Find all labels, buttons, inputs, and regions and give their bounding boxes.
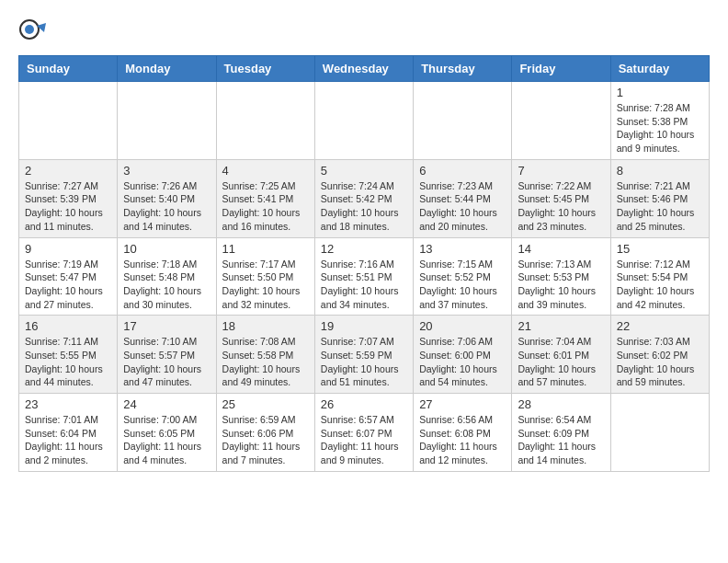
calendar-header-thursday: Thursday	[414, 56, 512, 82]
day-number: 14	[518, 242, 604, 256]
day-info: Sunrise: 7:07 AM Sunset: 5:59 PM Dayligh…	[321, 335, 407, 389]
day-number: 1	[617, 86, 703, 99]
day-info: Sunrise: 7:25 AM Sunset: 5:41 PM Dayligh…	[222, 179, 309, 234]
calendar-header-friday: Friday	[512, 56, 610, 82]
day-info: Sunrise: 6:54 AM Sunset: 6:09 PM Dayligh…	[518, 413, 604, 467]
day-number: 8	[617, 164, 703, 178]
day-info: Sunrise: 7:16 AM Sunset: 5:51 PM Dayligh…	[321, 258, 407, 312]
logo	[18, 18, 48, 46]
calendar-cell: 4Sunrise: 7:25 AM Sunset: 5:41 PM Daylig…	[216, 159, 314, 237]
day-number: 13	[419, 242, 506, 256]
svg-point-1	[25, 25, 34, 34]
day-info: Sunrise: 7:11 AM Sunset: 5:55 PM Dayligh…	[25, 335, 111, 389]
calendar-cell	[216, 82, 314, 160]
calendar-cell: 7Sunrise: 7:22 AM Sunset: 5:45 PM Daylig…	[512, 159, 610, 237]
calendar-cell: 11Sunrise: 7:17 AM Sunset: 5:50 PM Dayli…	[216, 237, 314, 316]
day-number: 12	[321, 242, 407, 256]
calendar-cell: 27Sunrise: 6:56 AM Sunset: 6:08 PM Dayli…	[414, 394, 512, 472]
day-info: Sunrise: 7:26 AM Sunset: 5:40 PM Dayligh…	[123, 179, 210, 234]
day-info: Sunrise: 7:08 AM Sunset: 5:58 PM Dayligh…	[222, 335, 309, 389]
day-info: Sunrise: 7:00 AM Sunset: 6:05 PM Dayligh…	[123, 413, 210, 467]
calendar-table: SundayMondayTuesdayWednesdayThursdayFrid…	[18, 55, 710, 472]
day-number: 5	[321, 164, 407, 178]
day-number: 28	[518, 397, 604, 411]
day-info: Sunrise: 7:28 AM Sunset: 5:38 PM Dayligh…	[617, 101, 703, 155]
day-number: 24	[123, 397, 210, 411]
day-number: 4	[222, 164, 309, 178]
day-info: Sunrise: 7:22 AM Sunset: 5:45 PM Dayligh…	[518, 179, 604, 234]
calendar-cell: 22Sunrise: 7:03 AM Sunset: 6:02 PM Dayli…	[610, 316, 709, 394]
page-header	[18, 18, 710, 46]
day-number: 19	[321, 319, 407, 333]
calendar-header-wednesday: Wednesday	[314, 56, 413, 82]
calendar-cell: 6Sunrise: 7:23 AM Sunset: 5:44 PM Daylig…	[414, 159, 512, 237]
day-number: 7	[518, 164, 604, 178]
day-number: 22	[617, 319, 703, 333]
calendar-cell: 21Sunrise: 7:04 AM Sunset: 6:01 PM Dayli…	[512, 316, 610, 394]
calendar-cell: 19Sunrise: 7:07 AM Sunset: 5:59 PM Dayli…	[314, 316, 413, 394]
day-info: Sunrise: 7:13 AM Sunset: 5:53 PM Dayligh…	[518, 258, 604, 312]
day-info: Sunrise: 7:01 AM Sunset: 6:04 PM Dayligh…	[25, 413, 111, 467]
logo-icon	[18, 18, 46, 46]
day-number: 3	[123, 164, 210, 178]
calendar-week-row: 9Sunrise: 7:19 AM Sunset: 5:47 PM Daylig…	[19, 237, 710, 316]
day-number: 23	[25, 397, 111, 411]
day-info: Sunrise: 6:57 AM Sunset: 6:07 PM Dayligh…	[321, 413, 407, 467]
day-number: 27	[419, 397, 506, 411]
calendar-cell	[314, 82, 413, 160]
calendar-cell	[610, 394, 709, 472]
day-info: Sunrise: 7:19 AM Sunset: 5:47 PM Dayligh…	[25, 258, 111, 312]
calendar-cell: 18Sunrise: 7:08 AM Sunset: 5:58 PM Dayli…	[216, 316, 314, 394]
day-info: Sunrise: 7:21 AM Sunset: 5:46 PM Dayligh…	[617, 179, 703, 234]
day-number: 11	[222, 242, 309, 256]
day-number: 21	[518, 319, 604, 333]
calendar-cell: 14Sunrise: 7:13 AM Sunset: 5:53 PM Dayli…	[512, 237, 610, 316]
day-info: Sunrise: 7:23 AM Sunset: 5:44 PM Dayligh…	[419, 179, 506, 234]
day-info: Sunrise: 7:10 AM Sunset: 5:57 PM Dayligh…	[123, 335, 210, 389]
calendar-week-row: 2Sunrise: 7:27 AM Sunset: 5:39 PM Daylig…	[19, 159, 710, 237]
calendar-header-tuesday: Tuesday	[216, 56, 314, 82]
day-number: 6	[419, 164, 506, 178]
calendar-cell: 2Sunrise: 7:27 AM Sunset: 5:39 PM Daylig…	[19, 159, 118, 237]
day-info: Sunrise: 7:17 AM Sunset: 5:50 PM Dayligh…	[222, 258, 309, 312]
day-number: 17	[123, 319, 210, 333]
calendar-header-saturday: Saturday	[610, 56, 709, 82]
calendar-cell	[19, 82, 118, 160]
calendar-header-sunday: Sunday	[19, 56, 118, 82]
calendar-cell: 26Sunrise: 6:57 AM Sunset: 6:07 PM Dayli…	[314, 394, 413, 472]
day-info: Sunrise: 6:56 AM Sunset: 6:08 PM Dayligh…	[419, 413, 506, 467]
calendar-cell: 23Sunrise: 7:01 AM Sunset: 6:04 PM Dayli…	[19, 394, 118, 472]
calendar-cell: 8Sunrise: 7:21 AM Sunset: 5:46 PM Daylig…	[610, 159, 709, 237]
day-info: Sunrise: 7:06 AM Sunset: 6:00 PM Dayligh…	[419, 335, 506, 389]
day-number: 2	[25, 164, 111, 178]
calendar-week-row: 16Sunrise: 7:11 AM Sunset: 5:55 PM Dayli…	[19, 316, 710, 394]
day-info: Sunrise: 7:24 AM Sunset: 5:42 PM Dayligh…	[321, 179, 407, 234]
day-number: 20	[419, 319, 506, 333]
day-number: 16	[25, 319, 111, 333]
calendar-cell: 17Sunrise: 7:10 AM Sunset: 5:57 PM Dayli…	[118, 316, 216, 394]
calendar-cell: 16Sunrise: 7:11 AM Sunset: 5:55 PM Dayli…	[19, 316, 118, 394]
day-number: 9	[25, 242, 111, 256]
calendar-cell: 10Sunrise: 7:18 AM Sunset: 5:48 PM Dayli…	[118, 237, 216, 316]
day-info: Sunrise: 7:03 AM Sunset: 6:02 PM Dayligh…	[617, 335, 703, 389]
calendar-cell: 20Sunrise: 7:06 AM Sunset: 6:00 PM Dayli…	[414, 316, 512, 394]
calendar-cell	[414, 82, 512, 160]
calendar-cell: 9Sunrise: 7:19 AM Sunset: 5:47 PM Daylig…	[19, 237, 118, 316]
calendar-cell: 3Sunrise: 7:26 AM Sunset: 5:40 PM Daylig…	[118, 159, 216, 237]
calendar-cell: 25Sunrise: 6:59 AM Sunset: 6:06 PM Dayli…	[216, 394, 314, 472]
day-number: 18	[222, 319, 309, 333]
calendar-cell: 1Sunrise: 7:28 AM Sunset: 5:38 PM Daylig…	[610, 82, 709, 160]
calendar-header-monday: Monday	[118, 56, 216, 82]
calendar-cell: 13Sunrise: 7:15 AM Sunset: 5:52 PM Dayli…	[414, 237, 512, 316]
calendar-cell	[118, 82, 216, 160]
day-info: Sunrise: 7:27 AM Sunset: 5:39 PM Dayligh…	[25, 179, 111, 234]
day-number: 26	[321, 397, 407, 411]
calendar-header-row: SundayMondayTuesdayWednesdayThursdayFrid…	[19, 56, 710, 82]
calendar-week-row: 1Sunrise: 7:28 AM Sunset: 5:38 PM Daylig…	[19, 82, 710, 160]
calendar-week-row: 23Sunrise: 7:01 AM Sunset: 6:04 PM Dayli…	[19, 394, 710, 472]
calendar-cell	[512, 82, 610, 160]
day-info: Sunrise: 7:18 AM Sunset: 5:48 PM Dayligh…	[123, 258, 210, 312]
calendar-cell: 5Sunrise: 7:24 AM Sunset: 5:42 PM Daylig…	[314, 159, 413, 237]
day-info: Sunrise: 6:59 AM Sunset: 6:06 PM Dayligh…	[222, 413, 309, 467]
calendar-cell: 24Sunrise: 7:00 AM Sunset: 6:05 PM Dayli…	[118, 394, 216, 472]
